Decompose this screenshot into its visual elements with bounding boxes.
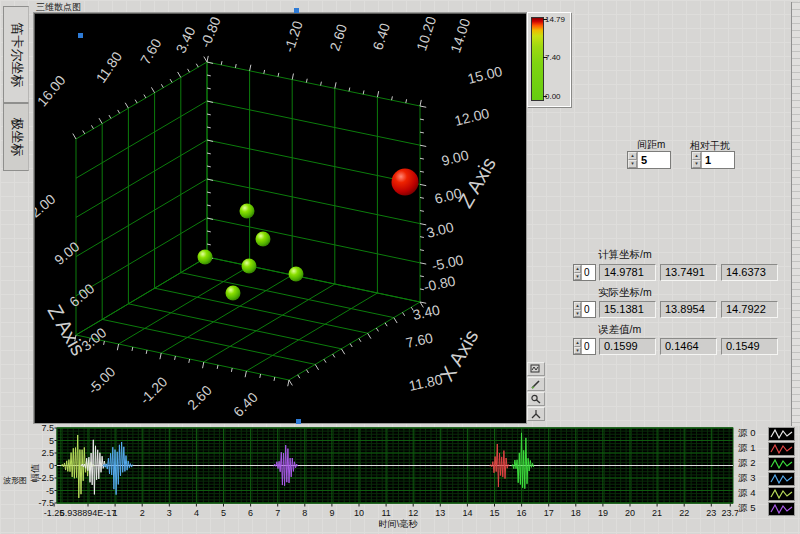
svg-text:-5.00: -5.00 xyxy=(85,363,119,397)
spinner-up-button[interactable]: ▴ xyxy=(628,152,637,160)
spacing-input[interactable] xyxy=(638,152,670,168)
svg-text:4: 4 xyxy=(194,508,199,518)
svg-text:6.00: 6.00 xyxy=(66,280,97,310)
legend-waveform-icon xyxy=(768,472,795,486)
svg-text:3.40: 3.40 xyxy=(172,24,198,56)
axes-icon xyxy=(530,409,542,419)
spinner-up-button[interactable]: ▴ xyxy=(574,302,581,310)
svg-text:19: 19 xyxy=(598,508,608,518)
svg-text:9: 9 xyxy=(329,508,334,518)
svg-text:10.20: 10.20 xyxy=(413,14,439,52)
tab-cartesian-label: 笛卡尔坐标 xyxy=(7,22,25,87)
legend-item-1[interactable]: 源 1 xyxy=(738,442,795,455)
error-y: 0.1464 xyxy=(660,338,717,355)
svg-text:3: 3 xyxy=(167,508,172,518)
calc-coord-index[interactable]: ▴ ▾ xyxy=(573,264,596,281)
legend-item-0[interactable]: 源 0 xyxy=(738,427,795,440)
spinner-down-button[interactable]: ▾ xyxy=(574,347,581,355)
tab-polar[interactable]: 极坐标 xyxy=(3,103,29,171)
legend-item-4[interactable]: 源 4 xyxy=(738,487,795,500)
spacing-label: 间距m xyxy=(637,138,665,152)
svg-text:15: 15 xyxy=(489,508,499,518)
legend-waveform-icon xyxy=(768,457,795,471)
zoom-tool-button[interactable] xyxy=(527,392,545,406)
svg-text:16: 16 xyxy=(517,508,527,518)
edit-tool-button[interactable] xyxy=(527,377,545,391)
spinner-up-button[interactable]: ▴ xyxy=(574,265,581,273)
actual-coord-index-input[interactable] xyxy=(582,302,595,317)
actual-coord-index[interactable]: ▴ ▾ xyxy=(573,301,596,318)
svg-text:2.5: 2.5 xyxy=(41,448,54,458)
interference-spinner: ▴ ▾ xyxy=(692,152,702,168)
spacing-spinner: ▴ ▾ xyxy=(628,152,638,168)
spinner-up-button[interactable]: ▴ xyxy=(692,152,701,160)
data-point-green xyxy=(256,232,271,247)
spinner-down-button[interactable]: ▾ xyxy=(692,160,701,168)
svg-text:6.40: 6.40 xyxy=(369,21,393,52)
spinner-down-button[interactable]: ▾ xyxy=(574,310,581,318)
svg-text:7.60: 7.60 xyxy=(137,36,165,68)
spinner-up-button[interactable]: ▴ xyxy=(574,339,581,347)
svg-text:13: 13 xyxy=(435,508,445,518)
interference-input[interactable] xyxy=(702,152,734,168)
graph-tool-button[interactable] xyxy=(527,362,545,376)
svg-text:2.60: 2.60 xyxy=(326,22,350,53)
error-index-input[interactable] xyxy=(582,339,595,354)
index-spinner: ▴ ▾ xyxy=(574,302,582,317)
actual-coord-y: 13.8954 xyxy=(660,301,717,318)
tab-waveform[interactable]: 波形图 xyxy=(3,475,27,486)
svg-text:-1.20: -1.20 xyxy=(281,19,306,54)
magnifier-icon xyxy=(530,394,542,404)
legend-waveform-icon xyxy=(768,502,795,516)
svg-text:-7.5: -7.5 xyxy=(38,498,54,508)
svg-text:6.938894E-17: 6.938894E-17 xyxy=(60,508,117,518)
legend-waveform-icon xyxy=(768,427,795,441)
color-ramp-max: 14.79 xyxy=(545,15,565,24)
calc-coord-z: 14.6373 xyxy=(721,264,778,281)
legend-label: 源 0 xyxy=(738,427,764,440)
svg-text:1: 1 xyxy=(113,508,118,518)
svg-text:14: 14 xyxy=(462,508,472,518)
legend-waveform-icon xyxy=(768,442,795,456)
svg-text:-0.80: -0.80 xyxy=(197,14,224,50)
error-index[interactable]: ▴ ▾ xyxy=(573,338,596,355)
spacing-control[interactable]: ▴ ▾ xyxy=(627,151,671,169)
svg-text:5: 5 xyxy=(49,436,54,446)
spinner-down-button[interactable]: ▾ xyxy=(628,160,637,168)
svg-text:23.7: 23.7 xyxy=(722,508,738,518)
svg-text:2: 2 xyxy=(140,508,145,518)
color-ramp: 14.79 7.40 0.00 xyxy=(527,12,571,107)
x-axis-title: X Axis xyxy=(436,326,483,385)
legend-item-2[interactable]: 源 2 xyxy=(738,457,795,470)
wave-xlabel: 时间\毫秒 xyxy=(379,519,419,529)
color-ramp-bar xyxy=(531,17,544,101)
color-ramp-mid: 7.40 xyxy=(545,53,561,62)
svg-text:20: 20 xyxy=(625,508,635,518)
data-point-green xyxy=(240,204,255,219)
data-point-green xyxy=(289,267,304,282)
waveform-chart[interactable]: 7.552.50-2.5-5-7.5-1.256.938894E-1712345… xyxy=(30,423,738,534)
svg-text:0: 0 xyxy=(49,461,54,471)
legend-item-5[interactable]: 源 5 xyxy=(738,502,795,515)
rotate-tool-button[interactable] xyxy=(527,407,545,421)
svg-text:17: 17 xyxy=(544,508,554,518)
scatter3d-plot[interactable]: 16.0011.807.603.40-0.80-1.202.606.4010.2… xyxy=(35,14,521,420)
legend-item-3[interactable]: 源 3 xyxy=(738,472,795,485)
right-table-strip xyxy=(791,2,800,426)
svg-text:5: 5 xyxy=(221,508,226,518)
spinner-down-button[interactable]: ▾ xyxy=(574,273,581,281)
calc-coord-index-input[interactable] xyxy=(582,265,595,280)
svg-text:9.00: 9.00 xyxy=(440,147,471,169)
interference-control[interactable]: ▴ ▾ xyxy=(691,151,735,169)
color-ramp-min: 0.00 xyxy=(545,92,561,101)
legend-label: 源 4 xyxy=(738,487,764,500)
tab-cartesian[interactable]: 笛卡尔坐标 xyxy=(3,6,29,103)
svg-text:6.40: 6.40 xyxy=(230,389,261,420)
pencil-icon xyxy=(530,379,542,389)
calc-coord-x: 14.9781 xyxy=(599,264,656,281)
svg-text:12.00: 12.00 xyxy=(35,191,59,226)
svg-text:14.00: 14.00 xyxy=(447,16,473,54)
svg-text:15.00: 15.00 xyxy=(466,63,504,87)
svg-text:-2.5: -2.5 xyxy=(38,473,54,483)
error-x: 0.1599 xyxy=(599,338,656,355)
